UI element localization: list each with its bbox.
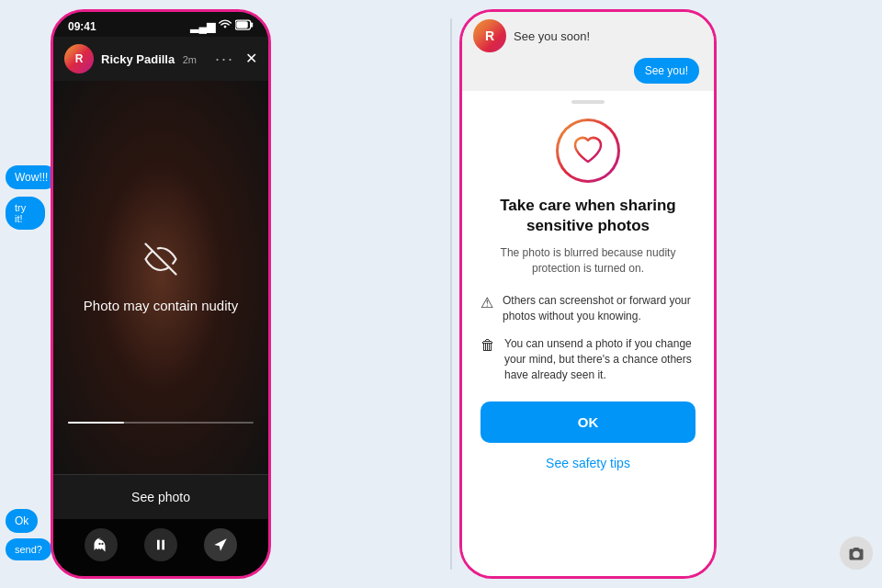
right-sidebar bbox=[840, 537, 873, 570]
photo-area[interactable]: Photo may contain nudity bbox=[53, 81, 268, 474]
progress-fill bbox=[68, 422, 124, 424]
eye-slash-icon bbox=[144, 243, 177, 283]
sheet-subtitle: The photo is blurred because nudity prot… bbox=[481, 245, 695, 277]
username-container: Ricky Padilla 2m bbox=[101, 51, 197, 67]
avatar: R bbox=[64, 44, 94, 74]
progress-bar bbox=[68, 422, 254, 424]
warning-text-2: You can unsend a photo if you change you… bbox=[504, 336, 695, 382]
time-display: 09:41 bbox=[68, 20, 96, 33]
chat-bubble-send: send? bbox=[6, 538, 51, 560]
status-bar: 09:41 ▂▄▆ bbox=[53, 12, 268, 37]
nudity-warning-text: Photo may contain nudity bbox=[84, 298, 238, 313]
more-options-icon[interactable]: ··· bbox=[215, 50, 234, 69]
chat-bubble-wow: Wow!!! bbox=[6, 165, 57, 189]
incoming-chat-row: R See you soon! bbox=[473, 19, 703, 52]
sheet-title: Take care when sharing sensitive photos bbox=[481, 196, 695, 236]
battery-icon bbox=[235, 19, 254, 33]
camera-icon[interactable] bbox=[840, 537, 873, 570]
divider bbox=[450, 18, 452, 570]
svg-rect-5 bbox=[162, 540, 164, 550]
signal-icon: ▂▄▆ bbox=[190, 20, 215, 33]
phone-left: 09:41 ▂▄▆ R Ricky Padilla 2m ··· ✕ bbox=[51, 9, 271, 579]
username: Ricky Padilla bbox=[101, 52, 175, 66]
left-chat-sidebar: Wow!!! try it! bbox=[0, 0, 51, 588]
status-icons: ▂▄▆ bbox=[190, 19, 254, 33]
safety-tips-link[interactable]: See safety tips bbox=[546, 456, 630, 470]
close-icon[interactable]: ✕ bbox=[245, 50, 257, 69]
phone-header: R Ricky Padilla 2m ··· ✕ bbox=[53, 37, 268, 81]
trash-icon: 🗑 bbox=[481, 337, 495, 354]
header-icons[interactable]: ··· ✕ bbox=[215, 50, 257, 69]
svg-rect-2 bbox=[236, 21, 248, 28]
svg-rect-1 bbox=[251, 23, 254, 28]
wifi-icon bbox=[219, 19, 232, 33]
warning-triangle-icon: ⚠ bbox=[481, 294, 493, 311]
svg-rect-4 bbox=[157, 540, 160, 550]
bottom-controls bbox=[53, 519, 268, 576]
see-photo-button[interactable]: See photo bbox=[53, 474, 268, 519]
sheet-handle bbox=[571, 100, 605, 104]
bottom-sheet: Take care when sharing sensitive photos … bbox=[462, 91, 714, 576]
chat-bubble-ok: Ok bbox=[6, 509, 38, 533]
heart-icon-container bbox=[556, 119, 620, 183]
warning-text-1: Others can screenshot or forward your ph… bbox=[503, 293, 695, 324]
outgoing-bubble: See you! bbox=[634, 58, 699, 84]
user-info: R Ricky Padilla 2m bbox=[64, 44, 197, 74]
ok-button[interactable]: OK bbox=[481, 401, 695, 443]
incoming-message: See you soon! bbox=[514, 29, 703, 43]
chat-preview-area: R See you soon! See you! bbox=[462, 12, 714, 91]
ghost-icon[interactable] bbox=[85, 528, 118, 561]
warning-item-2: 🗑 You can unsend a photo if you change y… bbox=[481, 336, 695, 382]
send-icon[interactable] bbox=[204, 528, 237, 561]
chat-avatar: R bbox=[473, 19, 506, 52]
pause-icon[interactable] bbox=[144, 528, 177, 561]
heart-icon bbox=[571, 134, 605, 167]
outgoing-chat-row: See you! bbox=[473, 58, 703, 84]
warning-item-1: ⚠ Others can screenshot or forward your … bbox=[481, 293, 695, 324]
time-ago: 2m bbox=[183, 54, 197, 65]
left-bottom-bubbles: Ok send? bbox=[6, 509, 51, 560]
chat-bubble-try: try it! bbox=[6, 197, 45, 230]
phone-right: R See you soon! See you! Take care bbox=[459, 9, 717, 579]
